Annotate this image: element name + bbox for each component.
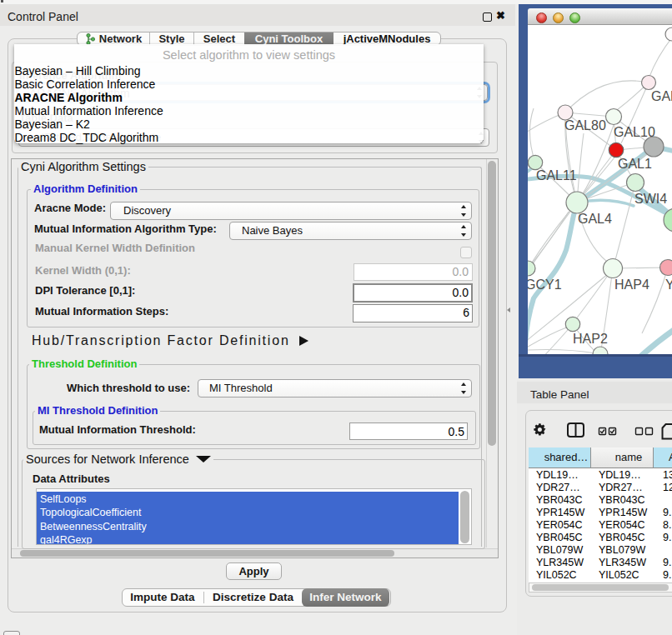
svg-text:HAP4: HAP4 (614, 278, 649, 292)
svg-text:GAL11: GAL11 (536, 168, 577, 182)
svg-text:GAL80: GAL80 (564, 118, 606, 132)
svg-text:GCY1: GCY1 (528, 278, 562, 292)
svg-text:SWI4: SWI4 (634, 192, 667, 206)
svg-text:HAP2: HAP2 (573, 332, 608, 346)
svg-text:YJ: YJ (665, 278, 672, 292)
svg-text:GAL10: GAL10 (614, 125, 655, 139)
svg-text:GAL1: GAL1 (618, 157, 652, 171)
svg-text:GAL4: GAL4 (578, 212, 612, 226)
svg-text:GAL8: GAL8 (651, 89, 672, 103)
